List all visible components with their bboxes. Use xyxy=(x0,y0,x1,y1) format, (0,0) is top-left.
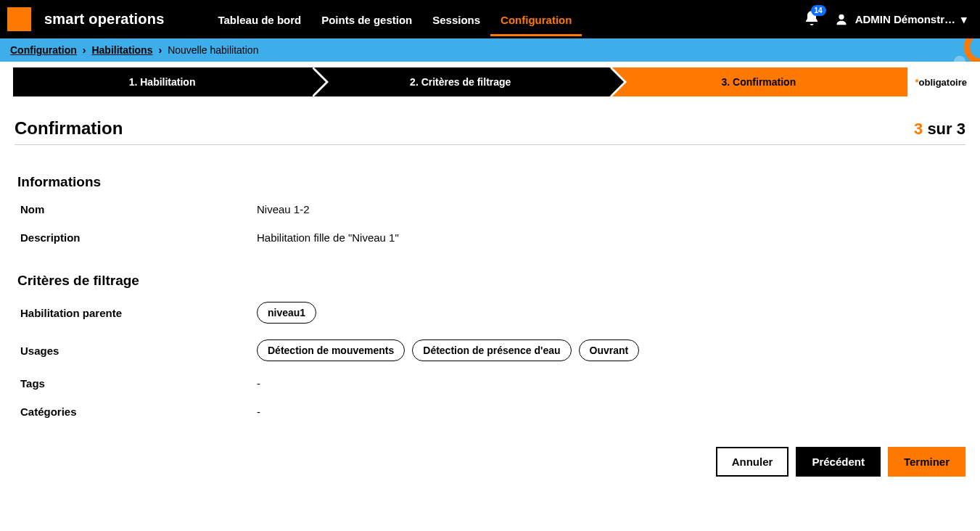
decorative-circles-icon xyxy=(951,38,980,62)
app-title: smart operations xyxy=(44,11,164,28)
breadcrumb-current: Nouvelle habilitation xyxy=(168,44,258,56)
label-habilitation-parente: Habilitation parente xyxy=(17,307,257,319)
breadcrumb-separator: › xyxy=(158,44,162,56)
value-description: Habilitation fille de "Niveau 1" xyxy=(257,231,399,244)
row-tags: Tags - xyxy=(17,377,963,390)
breadcrumb-separator: › xyxy=(83,44,86,56)
row-description: Description Habilitation fille de "Nivea… xyxy=(17,231,963,244)
svg-point-1 xyxy=(967,38,980,62)
value-categories: - xyxy=(257,406,260,418)
nav-tableau-de-bord[interactable]: Tableau de bord xyxy=(207,2,311,36)
label-usages: Usages xyxy=(17,345,257,357)
chip-usage: Détection de mouvements xyxy=(257,339,405,361)
brand-logo xyxy=(7,7,31,31)
label-description: Description xyxy=(17,231,257,244)
nav-points-de-gestion[interactable]: Points de gestion xyxy=(311,2,422,36)
breadcrumb-habilitations[interactable]: Habilitations xyxy=(91,44,152,56)
step-indicator: 3 sur 3 xyxy=(914,120,965,139)
svg-point-0 xyxy=(954,56,965,62)
section-informations: Informations Nom Niveau 1-2 Description … xyxy=(17,174,963,244)
mandatory-legend: *obligatoire xyxy=(915,77,967,88)
label-nom: Nom xyxy=(17,203,257,215)
nav-sessions[interactable]: Sessions xyxy=(422,2,490,36)
step-habilitation[interactable]: 1. Habilitation xyxy=(13,67,311,96)
top-nav: Tableau de bord Points de gestion Sessio… xyxy=(207,2,582,36)
section-heading-informations: Informations xyxy=(17,174,963,190)
wizard-stepper: 1. Habilitation 2. Critères de filtrage … xyxy=(13,67,907,96)
value-nom: Niveau 1-2 xyxy=(257,203,310,215)
top-header: smart operations Tableau de bord Points … xyxy=(0,0,980,38)
nav-configuration[interactable]: Configuration xyxy=(490,2,582,36)
chip-parent: niveau1 xyxy=(257,302,316,324)
previous-button[interactable]: Précédent xyxy=(796,447,881,477)
user-name-label: ADMIN Démonstr… xyxy=(855,13,955,25)
label-tags: Tags xyxy=(17,377,257,390)
wizard-stepper-row: 1. Habilitation 2. Critères de filtrage … xyxy=(13,67,967,96)
page-title: Confirmation xyxy=(15,118,123,139)
notification-count-badge: 14 xyxy=(811,5,826,16)
user-menu[interactable]: ADMIN Démonstr… ▾ xyxy=(833,12,967,28)
step-confirmation[interactable]: 3. Confirmation xyxy=(609,67,907,96)
chip-usage: Ouvrant xyxy=(579,339,640,361)
row-usages: Usages Détection de mouvements Détection… xyxy=(17,339,963,361)
page-title-row: Confirmation 3 sur 3 xyxy=(15,118,965,145)
chip-usage: Détection de présence d'eau xyxy=(412,339,571,361)
breadcrumb-configuration[interactable]: Configuration xyxy=(10,44,77,56)
value-tags: - xyxy=(257,377,260,390)
row-categories: Catégories - xyxy=(17,406,963,418)
cancel-button[interactable]: Annuler xyxy=(716,447,789,477)
breadcrumb: Configuration › Habilitations › Nouvelle… xyxy=(0,38,980,62)
notifications-button[interactable]: 14 xyxy=(803,9,820,29)
user-icon xyxy=(833,12,849,28)
usages-chip-list: Détection de mouvements Détection de pré… xyxy=(257,339,639,361)
chevron-down-icon: ▾ xyxy=(961,13,967,26)
wizard-footer: Annuler Précédent Terminer xyxy=(15,447,965,477)
step-criteres[interactable]: 2. Critères de filtrage xyxy=(311,67,609,96)
label-categories: Catégories xyxy=(17,406,257,418)
row-nom: Nom Niveau 1-2 xyxy=(17,203,963,215)
section-criteres: Critères de filtrage Habilitation parent… xyxy=(17,273,963,418)
section-heading-criteres: Critères de filtrage xyxy=(17,273,963,289)
finish-button[interactable]: Terminer xyxy=(888,447,965,477)
row-habilitation-parente: Habilitation parente niveau1 xyxy=(17,302,963,324)
